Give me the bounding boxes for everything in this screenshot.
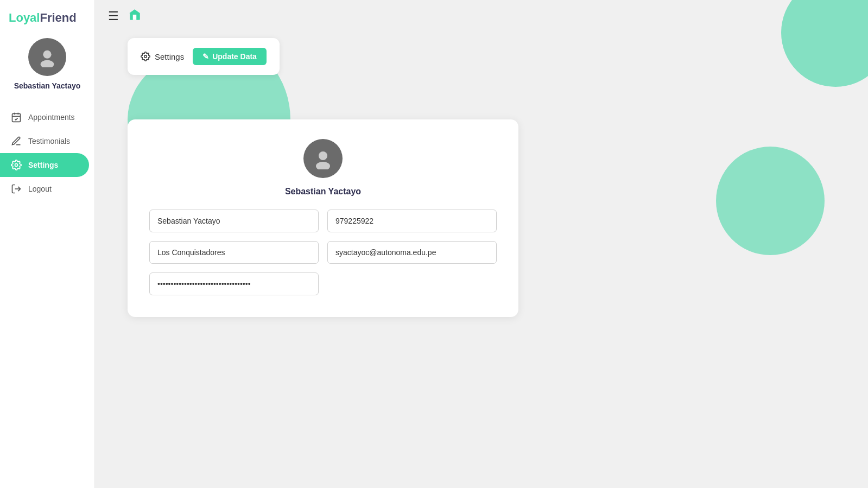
sidebar-item-appointments[interactable]: Appointments [0, 105, 94, 129]
svg-point-1 [41, 60, 54, 67]
sidebar-label-settings: Settings [28, 161, 58, 169]
deco-circle-mid-right [716, 147, 825, 255]
hamburger-menu[interactable]: ☰ [108, 10, 119, 22]
sidebar-username: Sebastian Yactayo [14, 81, 81, 90]
settings-gear-icon [141, 52, 150, 61]
email-input[interactable] [327, 241, 497, 264]
home-icon [128, 8, 142, 22]
appointments-icon [11, 112, 22, 123]
phone-input[interactable] [327, 210, 497, 232]
sidebar-label-logout: Logout [28, 185, 52, 193]
profile-display-name: Sebastian Yactayo [149, 187, 497, 197]
profile-card: Sebastian Yactayo [128, 119, 518, 317]
fullname-input[interactable] [149, 210, 319, 232]
sidebar-item-settings[interactable]: Settings [0, 153, 89, 177]
user-icon [37, 47, 58, 67]
settings-tab-card: Settings ✎ Update Data [128, 38, 280, 75]
logo-friend: Friend [40, 11, 76, 24]
svg-point-6 [15, 164, 18, 167]
logout-icon [11, 183, 22, 194]
sidebar-label-appointments: Appointments [28, 113, 75, 122]
profile-avatar-wrap [149, 139, 497, 178]
sidebar-avatar [28, 38, 66, 76]
sidebar-nav: Appointments Testimonials Settings [0, 105, 94, 201]
main-content: ☰ Settings ✎ Update Data [95, 0, 868, 488]
topbar: ☰ [95, 0, 868, 33]
testimonials-icon [11, 136, 22, 147]
svg-point-10 [316, 162, 330, 169]
profile-user-icon [312, 148, 334, 169]
home-button[interactable] [128, 8, 142, 25]
sidebar: LoyalFriend Sebastian Yactayo Appointmen… [0, 0, 95, 488]
app-logo: LoyalFriend [0, 11, 77, 25]
svg-point-0 [43, 50, 51, 59]
update-data-label: Update Data [212, 52, 257, 61]
password-input[interactable] [149, 272, 319, 295]
address-input[interactable] [149, 241, 319, 264]
settings-tab-label[interactable]: Settings [141, 52, 184, 61]
update-data-button[interactable]: ✎ Update Data [193, 48, 267, 65]
profile-form [149, 210, 497, 295]
sidebar-item-testimonials[interactable]: Testimonials [0, 129, 94, 153]
svg-point-9 [319, 151, 327, 160]
svg-rect-2 [12, 113, 21, 122]
settings-icon [11, 160, 22, 170]
profile-avatar [303, 139, 343, 178]
sidebar-item-logout[interactable]: Logout [0, 177, 94, 201]
sidebar-label-testimonials: Testimonials [28, 137, 70, 145]
svg-point-8 [144, 55, 147, 58]
logo-loyal: Loyal [9, 11, 40, 24]
pencil-icon: ✎ [202, 52, 209, 61]
settings-tab-text: Settings [155, 52, 184, 61]
